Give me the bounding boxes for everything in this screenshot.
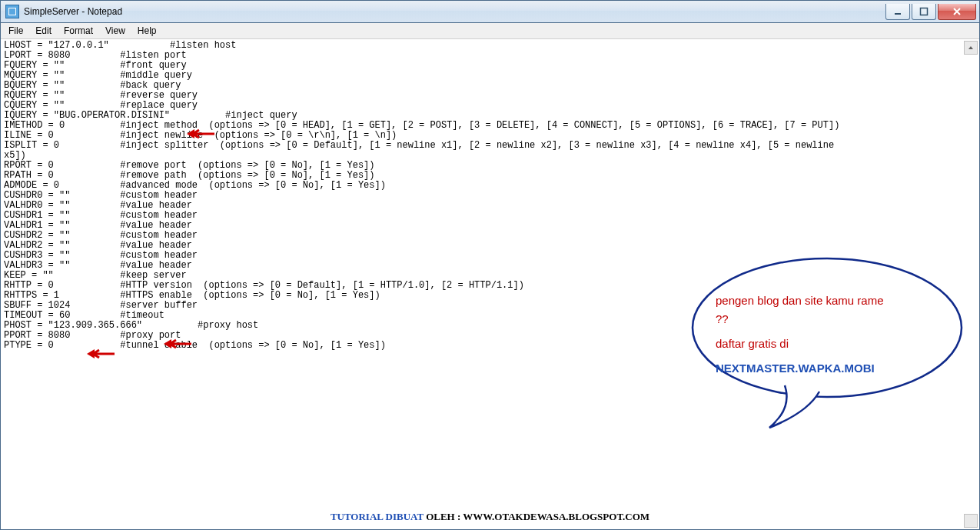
window-title: SimpleServer - Notepad — [24, 6, 122, 17]
editor-area[interactable]: LHOST = "127.0.0.1" #listen host LPORT =… — [1, 39, 979, 529]
chevron-up-icon — [968, 45, 974, 51]
menu-help[interactable]: Help — [131, 24, 163, 38]
maximize-button[interactable] — [912, 4, 936, 20]
window-control-buttons — [884, 4, 976, 19]
editor-text[interactable]: LHOST = "127.0.0.1" #listen host LPORT =… — [1, 39, 979, 529]
notepad-window: SimpleServer - Notepad File Edit Format … — [0, 0, 980, 530]
titlebar[interactable]: SimpleServer - Notepad — [1, 1, 979, 23]
close-icon — [952, 7, 962, 16]
menu-format[interactable]: Format — [58, 24, 99, 38]
footer-credit: TUTORIAL DIBUAT OLEH : WWW.OTAKDEWASA.BL… — [1, 511, 979, 523]
footer-label: TUTORIAL DIBUAT — [331, 511, 424, 522]
close-button[interactable] — [938, 4, 976, 20]
minimize-button[interactable] — [885, 4, 910, 20]
svg-rect-1 — [921, 8, 928, 15]
minimize-icon — [893, 7, 902, 16]
menu-view[interactable]: View — [99, 24, 131, 38]
menu-edit[interactable]: Edit — [29, 24, 58, 38]
scrollbar-up-button[interactable] — [964, 41, 978, 55]
menu-file[interactable]: File — [2, 24, 29, 38]
maximize-icon — [919, 7, 929, 16]
footer-rest: OLEH : WWW.OTAKDEWASA.BLOGSPOT.COM — [424, 511, 649, 522]
menubar: File Edit Format View Help — [1, 23, 979, 39]
notepad-icon — [5, 5, 19, 18]
svg-rect-0 — [895, 13, 901, 15]
